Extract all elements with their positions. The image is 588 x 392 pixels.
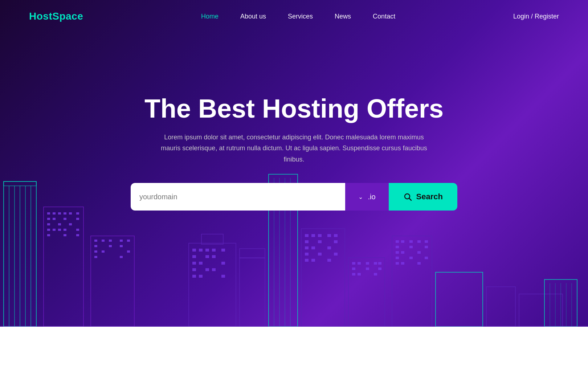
nav-link-services[interactable]: Services [288, 13, 313, 20]
svg-rect-51 [201, 234, 223, 244]
svg-rect-30 [76, 234, 79, 236]
svg-rect-91 [358, 262, 361, 265]
svg-rect-38 [109, 245, 112, 247]
svg-rect-109 [425, 246, 428, 248]
svg-rect-17 [53, 218, 56, 220]
svg-rect-57 [192, 255, 196, 258]
svg-rect-25 [58, 229, 61, 231]
svg-rect-41 [102, 250, 105, 253]
svg-rect-71 [301, 229, 345, 327]
svg-line-1 [409, 199, 411, 201]
svg-rect-23 [47, 229, 50, 231]
nav-item-about[interactable]: About us [240, 13, 266, 20]
svg-rect-36 [127, 240, 130, 242]
domain-search-bar: ⌄ .io Search [131, 183, 457, 211]
nav-item-home[interactable]: Home [201, 13, 219, 20]
hero-subtitle: Lorem ipsum dolor sit amet, consectetur … [156, 132, 432, 165]
svg-rect-35 [120, 240, 123, 242]
search-button[interactable]: Search [389, 183, 457, 211]
svg-rect-37 [94, 245, 97, 247]
svg-rect-39 [120, 245, 123, 247]
svg-rect-68 [221, 275, 225, 278]
svg-rect-110 [396, 251, 399, 254]
svg-rect-117 [401, 262, 404, 265]
svg-rect-90 [352, 262, 355, 265]
svg-rect-75 [327, 234, 331, 237]
svg-rect-88 [327, 259, 331, 262]
svg-rect-96 [366, 268, 369, 270]
svg-rect-92 [366, 262, 369, 265]
svg-rect-104 [409, 240, 413, 243]
svg-rect-22 [69, 223, 72, 225]
svg-rect-105 [417, 240, 421, 243]
domain-search-input[interactable] [139, 193, 336, 201]
nav-item-services[interactable]: Services [288, 13, 313, 20]
svg-rect-34 [109, 240, 112, 242]
nav-item-contact[interactable]: Contact [373, 13, 395, 20]
svg-rect-113 [396, 257, 399, 259]
nav-item-news[interactable]: News [335, 13, 351, 20]
svg-rect-3 [4, 181, 36, 186]
domain-extension-selector[interactable]: ⌄ .io [345, 183, 389, 211]
nav-links: Home About us Services News Contact [201, 13, 395, 20]
svg-rect-53 [199, 249, 203, 252]
svg-rect-33 [102, 240, 105, 242]
svg-rect-77 [305, 240, 309, 243]
nav-link-news[interactable]: News [335, 13, 351, 20]
svg-rect-102 [396, 240, 399, 243]
svg-rect-73 [311, 234, 315, 237]
svg-rect-65 [212, 268, 216, 271]
svg-rect-101 [392, 236, 432, 327]
search-button-label: Search [416, 192, 443, 201]
svg-rect-112 [417, 251, 421, 254]
svg-rect-40 [94, 250, 97, 253]
nav-link-home[interactable]: Home [201, 13, 219, 20]
logo-prefix: Host [29, 11, 52, 22]
svg-rect-13 [64, 212, 66, 215]
svg-rect-108 [409, 246, 413, 248]
bottom-section [0, 327, 588, 392]
svg-rect-99 [358, 273, 361, 275]
svg-rect-97 [378, 268, 381, 270]
svg-rect-54 [205, 249, 209, 252]
svg-rect-44 [120, 256, 123, 258]
svg-rect-115 [425, 257, 428, 259]
svg-rect-85 [334, 253, 338, 256]
svg-rect-80 [305, 246, 309, 249]
logo: HostSpace [29, 11, 83, 22]
svg-rect-62 [221, 262, 225, 265]
svg-rect-100 [374, 273, 377, 275]
svg-rect-72 [305, 234, 309, 237]
svg-rect-82 [327, 246, 331, 249]
svg-rect-84 [318, 253, 322, 256]
svg-rect-107 [396, 246, 399, 248]
svg-rect-119 [436, 272, 483, 327]
svg-rect-98 [352, 273, 355, 275]
chevron-down-icon: ⌄ [358, 193, 363, 200]
nav-link-about[interactable]: About us [240, 13, 266, 20]
svg-rect-14 [69, 212, 72, 215]
login-register-link[interactable]: Login / Register [513, 13, 559, 20]
svg-rect-24 [53, 229, 56, 231]
svg-rect-12 [58, 212, 61, 215]
nav-link-contact[interactable]: Contact [373, 13, 395, 20]
svg-rect-86 [305, 259, 309, 262]
svg-rect-16 [47, 218, 50, 220]
svg-rect-116 [396, 262, 399, 265]
svg-rect-121 [519, 294, 563, 327]
svg-rect-61 [199, 262, 203, 265]
hero-title: The Best Hosting Offers [131, 94, 457, 123]
navbar: HostSpace Home About us Services News Co… [0, 0, 588, 33]
svg-rect-81 [311, 246, 315, 249]
svg-rect-70 [240, 249, 265, 258]
svg-rect-31 [91, 236, 134, 327]
svg-rect-87 [311, 259, 315, 262]
svg-rect-114 [409, 257, 413, 259]
domain-extension-label: .io [368, 193, 376, 201]
svg-rect-93 [374, 262, 377, 265]
svg-rect-83 [305, 253, 309, 256]
svg-rect-69 [240, 258, 265, 327]
svg-rect-26 [64, 229, 66, 231]
svg-rect-55 [212, 249, 216, 252]
svg-rect-60 [192, 262, 196, 265]
